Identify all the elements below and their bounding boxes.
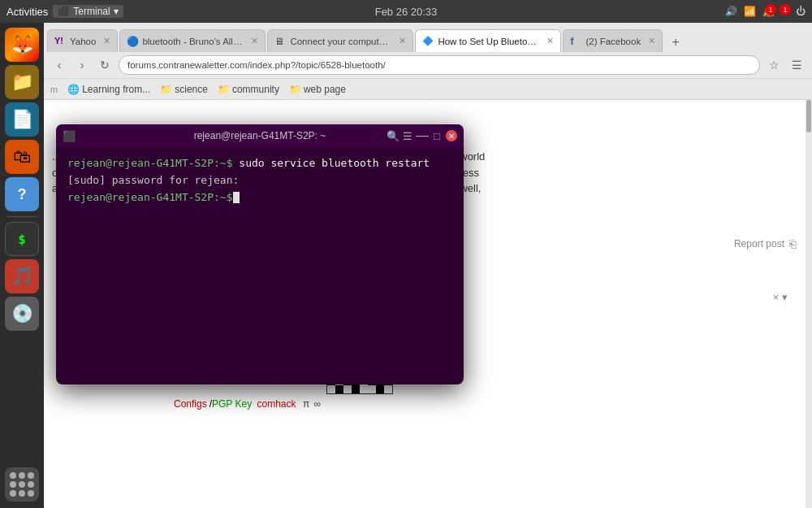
tab-yahoo-close[interactable]: ✕: [103, 36, 110, 46]
terminal-close-button[interactable]: ✕: [446, 130, 457, 141]
tab-bluetooth-bruno-close[interactable]: ✕: [251, 36, 258, 46]
network-icon[interactable]: 📶: [744, 6, 756, 17]
text-editor-icon: 📄: [11, 109, 33, 130]
terminal-maximize-button[interactable]: □: [431, 130, 443, 141]
terminal-body[interactable]: rejean@rejean-G41MT-S2P:~$ sudo service …: [56, 147, 464, 384]
new-tab-button[interactable]: +: [666, 33, 685, 52]
dock-icon-software-center[interactable]: 🛍: [5, 140, 39, 174]
browser-chrome: Y! Yahoo ✕ 🔵 bluetooth - Bruno's All Th.…: [44, 23, 812, 100]
terminal-indicator[interactable]: ⬛ Terminal ▾: [53, 5, 123, 18]
dock-icon-terminal[interactable]: $: [5, 222, 39, 256]
terminal-arrow: ▾: [114, 6, 119, 17]
tab-facebook-label: (2) Facebook: [585, 37, 641, 46]
terminal-line-3: rejean@rejean-G41MT-S2P:~$: [67, 189, 452, 206]
menu-button[interactable]: ☰: [788, 56, 806, 74]
bluetooth-bruno-favicon: 🔵: [127, 36, 138, 47]
page-scrollbar[interactable]: [806, 100, 812, 508]
system-bar: Activities ⬛ Terminal ▾ Feb 26 20:33 🔊 📶…: [0, 0, 812, 23]
terminal-right-controls: 🔍 ☰ — □ ✕: [387, 130, 457, 141]
comhack-link[interactable]: comhack: [257, 398, 296, 410]
terminal-left-controls: ⬛: [63, 130, 76, 142]
tab-facebook[interactable]: f (2) Facebook ✕: [563, 29, 663, 52]
music-icon: 🎵: [11, 266, 33, 287]
dock-icon-files[interactable]: 📁: [5, 65, 39, 99]
browser: Y! Yahoo ✕ 🔵 bluetooth - Bruno's All Th.…: [44, 23, 812, 508]
facebook-favicon: f: [570, 36, 581, 47]
power-icon[interactable]: ⏻: [796, 6, 806, 17]
terminal-titlebar: ⬛ rejean@rejean-G41MT-S2P: ~ 🔍 ☰ — □ ✕: [56, 124, 464, 147]
bookmark-webpage-icon: 📁: [289, 84, 301, 95]
notification-area[interactable]: 🔔 1: [762, 6, 775, 17]
report-post-button[interactable]: Report post: [734, 238, 784, 250]
terminal-prompt-2: rejean@rejean-G41MT-S2P:~$: [67, 191, 233, 203]
url-text: forums.contranewaletter.com/index.php?/t…: [127, 60, 386, 70]
terminal-line-1: rejean@rejean-G41MT-S2P:~$ sudo service …: [67, 155, 452, 172]
tab-bluetooth-bruno[interactable]: 🔵 bluetooth - Bruno's All Th... ✕: [119, 29, 266, 52]
activities-button[interactable]: Activities: [6, 6, 48, 18]
dock-icon-help[interactable]: ?: [5, 177, 39, 211]
dock-icon-music[interactable]: 🎵: [5, 259, 39, 293]
scrollbar-thumb[interactable]: [806, 100, 811, 132]
pgp-key-link[interactable]: PGP Key: [212, 398, 252, 410]
bookmark-science[interactable]: 📁 science: [160, 84, 208, 95]
signature-links: Configs/PGP Key comhack π ∞: [174, 398, 812, 410]
infinity-symbol: ∞: [314, 398, 322, 410]
browser-content: ...the exact opposite of the stupid hedo…: [44, 100, 812, 508]
terminal-icon-left: ⬛: [63, 130, 76, 142]
terminal-icon: ⬛: [58, 6, 70, 17]
volume-icon[interactable]: 🔊: [725, 6, 737, 17]
terminal-cursor: [233, 192, 240, 203]
dock-divider: [7, 216, 37, 217]
tab-connect-computer[interactable]: 🖥 Connect your computer t... ✕: [267, 29, 413, 52]
url-bar[interactable]: forums.contranewaletter.com/index.php?/t…: [119, 55, 760, 75]
system-bar-left: Activities ⬛ Terminal ▾: [6, 5, 123, 18]
terminal-prompt-1: rejean@rejean-G41MT-S2P:~$: [67, 157, 233, 169]
reload-button[interactable]: ↻: [96, 56, 114, 74]
dock-icon-disk[interactable]: 💿: [5, 297, 39, 331]
more-arrow: ▾: [782, 291, 788, 303]
bookmark-community-icon: 📁: [218, 84, 230, 95]
system-bar-right: 🔊 📶 🔔 1 ✉ 1 ⏻: [725, 6, 806, 17]
forward-button[interactable]: ›: [73, 56, 91, 74]
system-datetime: Feb 26 20:33: [375, 6, 438, 18]
bookmarks-label: m: [50, 85, 58, 94]
pi-symbol: π: [303, 398, 309, 410]
terminal-cmd-1: sudo service bluetooth restart: [233, 157, 430, 169]
bookmark-learning-icon: 🌐: [67, 84, 80, 95]
terminal-label: Terminal: [73, 6, 110, 17]
share-icon[interactable]: ⎗: [789, 237, 796, 250]
software-center-icon: 🛍: [13, 146, 31, 167]
tab-howto-close[interactable]: ✕: [546, 36, 554, 46]
tab-howto-bluetooth[interactable]: 🔷 How to Set Up Bluetooth... ✕: [415, 29, 561, 52]
tab-facebook-close[interactable]: ✕: [648, 36, 655, 46]
tab-yahoo-label: Yahoo: [70, 37, 96, 46]
bookmark-community[interactable]: 📁 community: [218, 84, 279, 95]
terminal-menu-button[interactable]: ☰: [402, 130, 413, 141]
dock: 🦊 📁 📄 🛍 ? $ 🎵 💿: [0, 23, 44, 508]
bookmark-webpage[interactable]: 📁 web page: [289, 84, 346, 95]
tab-yahoo[interactable]: Y! Yahoo ✕: [47, 29, 118, 52]
show-apps-button[interactable]: [5, 467, 39, 501]
dock-icon-text-editor[interactable]: 📄: [5, 102, 39, 137]
terminal-window[interactable]: ⬛ rejean@rejean-G41MT-S2P: ~ 🔍 ☰ — □ ✕ r…: [56, 124, 464, 384]
terminal-output-1: [sudo] password for rejean:: [67, 174, 239, 186]
bookmark-science-icon: 📁: [160, 84, 172, 95]
tabs-row: Y! Yahoo ✕ 🔵 bluetooth - Bruno's All Th.…: [44, 23, 812, 52]
files-icon: 📁: [11, 72, 33, 93]
back-button[interactable]: ‹: [50, 56, 68, 74]
tab-connect-label: Connect your computer t...: [290, 37, 391, 46]
bookmark-learning[interactable]: 🌐 Learning from...: [67, 84, 150, 95]
terminal-minimize-button[interactable]: —: [417, 130, 428, 141]
yahoo-favicon: Y!: [54, 36, 66, 47]
bookmark-star[interactable]: ☆: [765, 56, 783, 74]
tab-bluetooth-bruno-label: bluetooth - Bruno's All Th...: [142, 37, 244, 46]
configs-link[interactable]: Configs: [174, 398, 207, 410]
firefox-icon: 🦊: [11, 34, 33, 55]
message-area[interactable]: ✉ 1: [781, 6, 789, 17]
tab-connect-close[interactable]: ✕: [399, 36, 406, 46]
bookmark-webpage-label: web page: [304, 84, 346, 95]
dock-icon-firefox[interactable]: 🦊: [5, 28, 39, 62]
connect-favicon: 🖥: [274, 36, 286, 47]
disk-icon: 💿: [11, 303, 33, 324]
terminal-search-button[interactable]: 🔍: [387, 130, 399, 141]
